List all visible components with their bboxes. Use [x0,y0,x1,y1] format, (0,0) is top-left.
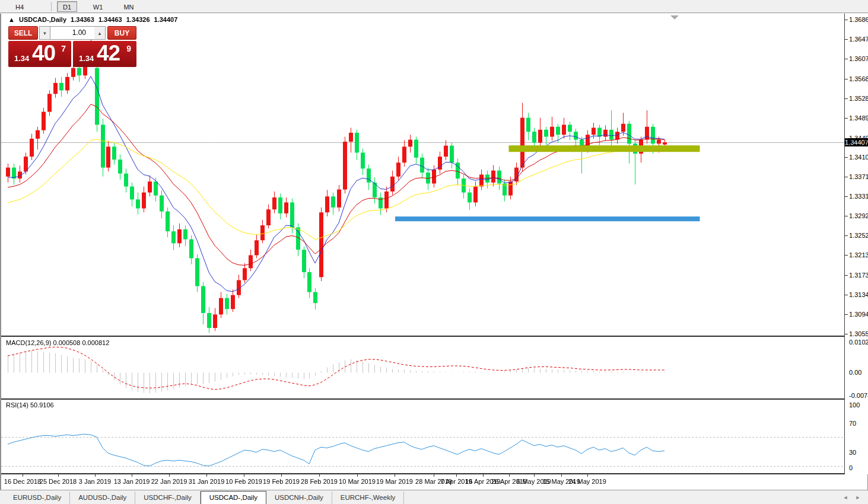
price-tick-label: 1.32920 [849,212,868,219]
price-tick-mark [845,216,848,216]
tab-usdcad-daily[interactable]: USDCAD-,Daily [201,491,266,504]
price-tick-label: 1.33310 [849,193,868,200]
time-tick-label: 19 Mar 2019 [376,478,413,485]
tab-scroll-left-icon[interactable]: ◄ [841,493,850,502]
buy-price-prefix: 1.34 [79,54,94,63]
indicator-tick-label: 0.00 [849,369,861,376]
time-tick-label: 22 Jan 2019 [151,478,187,485]
price-tick-label: 1.33710 [849,173,868,180]
time-tick-label: 24 May 2019 [568,478,606,485]
sell-button[interactable]: SELL [8,26,38,40]
time-tick-label: 13 Jan 2019 [114,478,150,485]
tab-eurusd-daily[interactable]: EURUSD-,Daily [5,492,70,504]
price-tick-label: 1.36470 [849,36,868,43]
price-tick-label: 1.35680 [849,75,868,82]
time-tick-mark [534,474,535,477]
tab-usdchf-daily[interactable]: USDCHF-,Daily [135,492,201,504]
buy-button[interactable]: BUY [107,26,136,40]
price-tick-mark [845,314,848,315]
timeframe-d1-button[interactable]: D1 [57,1,77,12]
price-tick-label: 1.30550 [849,330,868,337]
time-tick-mark [395,474,395,477]
time-tick-label: 28 Feb 2019 [301,478,338,485]
macd-label: MACD(12,26,9) 0.000508 0.000812 [6,339,109,346]
price-tick-label: 1.34890 [849,114,868,122]
price-tick-label: 1.32520 [849,232,868,239]
price-tick-mark [845,20,848,20]
indicator-tick-label: 100 [849,401,860,409]
rsi-indicator-canvas[interactable] [1,400,844,473]
sell-price-big: 40 [32,41,55,66]
timeframe-toolbar: H4 D1 W1 MN [0,0,868,13]
price-tick-mark [845,79,848,79]
time-tick-mark [244,474,244,477]
indicator-tick-label: -0.007477 [849,392,868,399]
chart-tab-bar: EURUSD-,Daily AUDUSD-,Daily USDCHF-,Dail… [0,490,868,504]
price-tick-label: 1.31340 [849,291,868,298]
indicator-tick-label: 30 [849,449,856,456]
symbol-ohlc-line: ▲ USDCAD-,Daily 1.34363 1.34463 1.34326 … [8,16,180,23]
time-tick-mark [23,474,23,477]
time-tick-mark [281,474,282,477]
price-tick-mark [845,235,848,236]
price-tick-label: 1.36860 [849,16,868,23]
time-tick-mark [587,474,588,477]
ohlc-high: 1.34463 [98,16,122,23]
time-tick-label: 16 Dec 2018 [4,478,41,485]
price-tick-mark [845,255,848,256]
tab-usdcnh-daily[interactable]: USDCNH-,Daily [266,492,332,504]
pane-separator[interactable] [1,336,868,337]
tab-scroll-right-icon[interactable]: ► [853,493,863,502]
price-tick-label: 1.35280 [849,95,868,102]
indicator-tick-label: 0 [849,464,853,471]
timeframe-h4-button[interactable]: H4 [9,1,30,12]
price-tick-mark [845,295,848,295]
time-tick-mark [206,474,207,477]
volume-increase-button[interactable]: ▲ [94,26,106,40]
chevron-up-icon: ▲ [97,31,102,36]
pane-separator[interactable] [1,398,868,400]
volume-decrease-button[interactable]: ▼ [39,26,50,40]
price-tick-mark [845,98,848,99]
chart-shift-marker-icon[interactable] [670,15,679,20]
indicator-tick-label: 70 [849,420,856,427]
chevron-down-icon: ▼ [43,31,47,36]
tab-eurchf-weekly[interactable]: EURCHF-,Weekly [332,492,404,504]
price-tick-label: 1.34490 [849,135,868,142]
buy-price-box[interactable]: 1.34 42 9 [73,41,136,67]
price-tick-mark [845,275,848,276]
time-tick-label: 31 Jan 2019 [189,478,225,485]
time-tick-mark [132,474,132,477]
time-tick-mark [58,474,59,477]
time-tick-mark [95,474,96,477]
time-tick-mark [483,474,484,477]
ohlc-close: 1.34407 [154,16,178,23]
price-tick-label: 1.36070 [849,55,868,62]
timeframe-w1-button[interactable]: W1 [88,1,108,12]
price-tick-mark [845,59,848,59]
tab-audusd-daily[interactable]: AUDUSD-,Daily [70,492,135,504]
time-tick-mark [456,474,457,477]
timeframe-mn-button[interactable]: MN [119,1,139,12]
price-tick-mark [845,157,848,158]
time-tick-label: 3 Jan 2019 [79,478,111,485]
mt4-application: H4 D1 W1 MN ▲ USDCAD-,Daily 1.34363 1.34… [0,0,868,504]
price-tick-label: 1.30940 [849,311,868,318]
volume-input[interactable]: 1.00 [50,26,94,40]
macd-indicator-canvas[interactable] [1,337,844,398]
price-tick-mark [845,39,848,40]
buy-price-pip: 9 [126,44,131,53]
sell-price-prefix: 1.34 [14,54,29,63]
sell-price-pip: 7 [61,44,66,53]
time-axis[interactable]: 16 Dec 201825 Dec 20183 Jan 201913 Jan 2… [1,474,844,489]
price-tick-mark [845,118,848,119]
time-tick-label: 19 Feb 2019 [263,478,300,485]
buy-price-big: 42 [97,41,120,66]
sell-price-box[interactable]: 1.34 40 7 [8,41,71,67]
price-tick-mark [845,177,848,177]
time-tick-mark [319,474,320,477]
chart-window: ▲ USDCAD-,Daily 1.34363 1.34463 1.34326 … [0,14,868,504]
time-tick-mark [561,474,562,477]
price-axis[interactable]: 1.34407 1.368601.364701.360701.356801.35… [845,14,868,474]
time-tick-mark [169,474,170,477]
